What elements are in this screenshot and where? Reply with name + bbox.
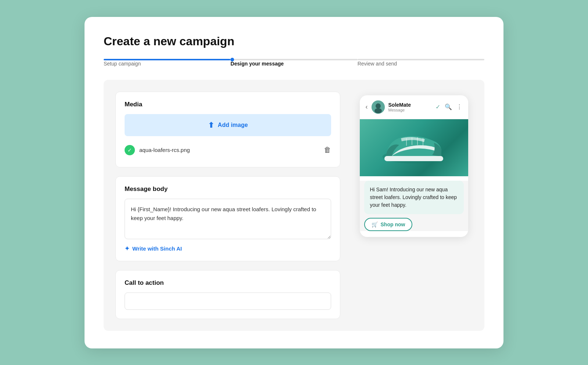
step-label-3: Review and send [358, 61, 484, 67]
add-image-label: Add image [218, 122, 248, 128]
media-title: Media [125, 101, 331, 108]
more-icon[interactable]: ⋮ [456, 103, 462, 110]
cart-icon: 🛒 [372, 222, 378, 227]
progress-step-3: Review and send [358, 59, 484, 67]
step-label-2: Design your message [230, 61, 357, 67]
svg-point-1 [376, 103, 381, 109]
phone-subtitle: Message [388, 108, 432, 112]
phone-body: Hi Sam! Introducing our new aqua street … [360, 181, 468, 231]
svg-rect-4 [384, 156, 443, 161]
ai-write-button[interactable]: ✦ Write with Sinch AI [125, 245, 182, 252]
ai-label: Write with Sinch AI [132, 245, 182, 252]
verify-icon: ✓ [435, 103, 440, 110]
preview-message-text: Hi Sam! Introducing our new aqua street … [370, 187, 457, 208]
shop-now-button[interactable]: 🛒 Shop now [364, 218, 413, 231]
bar-empty-3 [358, 59, 484, 60]
modal-container: Create a new campaign Setup campaign Des… [85, 17, 503, 348]
brand-name: SoleMate [388, 102, 432, 108]
message-textarea[interactable]: Hi {First_Name}! Introducing our new aqu… [125, 199, 331, 239]
search-icon[interactable]: 🔍 [445, 103, 452, 110]
phone-mockup: ‹ SoleMate Message ✓ 🔍 [360, 95, 468, 237]
media-section: Media ⬆ Add image ✓ aqua-loafers-rcs.png… [115, 92, 340, 167]
message-body-section: Message body Hi {First_Name}! Introducin… [115, 176, 340, 261]
left-panel: Media ⬆ Add image ✓ aqua-loafers-rcs.png… [115, 92, 340, 319]
avatar [372, 100, 385, 114]
step-label-1: Setup campaign [104, 61, 230, 67]
add-image-button[interactable]: ⬆ Add image [125, 114, 331, 136]
upload-icon: ⬆ [208, 121, 214, 130]
svg-point-2 [374, 108, 382, 113]
cta-input[interactable] [125, 293, 331, 310]
bar-filled-1 [104, 59, 230, 60]
right-panel: ‹ SoleMate Message ✓ 🔍 [355, 92, 473, 319]
shoe-svg [377, 125, 451, 170]
cta-title: Call to action [125, 279, 331, 287]
phone-actions: ✓ 🔍 ⋮ [435, 103, 462, 110]
message-body-title: Message body [125, 185, 331, 193]
phone-back-icon[interactable]: ‹ [366, 103, 368, 111]
phone-name-section: SoleMate Message [388, 102, 432, 112]
bar-empty-2 [234, 59, 357, 60]
cta-section: Call to action [115, 270, 340, 319]
main-content: Media ⬆ Add image ✓ aqua-loafers-rcs.png… [104, 80, 484, 331]
file-row: ✓ aqua-loafers-rcs.png 🗑 [125, 142, 331, 158]
shop-now-label: Shop now [381, 222, 405, 227]
message-bubble: Hi Sam! Introducing our new aqua street … [364, 181, 464, 214]
page-title: Create a new campaign [104, 35, 484, 48]
ai-sparkle-icon: ✦ [125, 245, 129, 252]
progress-step-1: Setup campaign [104, 59, 230, 67]
progress-section: Setup campaign Design your message Revie… [104, 59, 484, 67]
progress-step-2: Design your message [230, 59, 357, 67]
file-name: aqua-loafers-rcs.png [139, 147, 319, 153]
shoe-image [360, 119, 468, 176]
phone-header: ‹ SoleMate Message ✓ 🔍 [360, 95, 468, 119]
delete-icon[interactable]: 🗑 [324, 146, 331, 154]
check-icon: ✓ [125, 145, 135, 155]
